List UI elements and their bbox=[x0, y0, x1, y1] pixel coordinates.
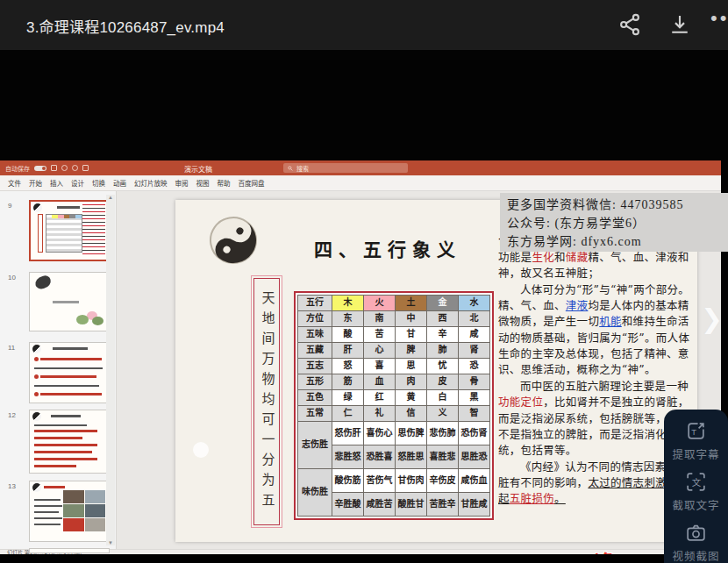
table-cell: 肺 bbox=[427, 343, 458, 358]
scroll-down-icon[interactable]: ▼ bbox=[108, 540, 113, 545]
menu-item[interactable]: 动画 bbox=[113, 178, 126, 188]
table-cell: 咸 bbox=[459, 327, 489, 342]
table-cell: 黄 bbox=[396, 390, 426, 405]
table-cell: 南 bbox=[364, 311, 395, 326]
table-cell: 智 bbox=[459, 406, 489, 421]
menu-item[interactable]: 插入 bbox=[50, 178, 63, 188]
table-cell: 黑 bbox=[459, 390, 489, 405]
thumb-number: 13 bbox=[8, 482, 16, 490]
table-cell: 喜伤心 bbox=[364, 422, 395, 445]
capture-text-button[interactable]: 文 截取文字 bbox=[672, 471, 719, 513]
table-cell: 忧 bbox=[427, 359, 458, 374]
table-cell: 五形 bbox=[298, 374, 332, 389]
table-cell: 五藏 bbox=[298, 343, 332, 358]
thumbnail-lotus-slide[interactable] bbox=[29, 272, 110, 331]
ppt-menubar: 文件开始插入设计切换动画幻灯片放映审阅视图帮助百度网盘 bbox=[0, 175, 721, 191]
table-cell: 苦伤气 bbox=[364, 469, 395, 492]
autosave-toggle[interactable] bbox=[34, 166, 46, 171]
table-cell: 辛胜酸 bbox=[332, 493, 363, 516]
watermark-line2: 公众号: (东方易学堂6） bbox=[507, 214, 728, 232]
video-tools-panel: T 提取字幕 文 截取文字 视频截图 bbox=[664, 410, 728, 563]
table-cell: 咸胜苦 bbox=[364, 493, 395, 516]
video-screenshot-button[interactable]: 视频截图 bbox=[672, 522, 719, 563]
menu-item[interactable]: 百度网盘 bbox=[239, 178, 265, 188]
menu-item[interactable]: 帮助 bbox=[218, 178, 231, 188]
table-cell: 肝 bbox=[332, 343, 363, 358]
share-icon[interactable] bbox=[617, 11, 643, 38]
redo-icon[interactable] bbox=[72, 165, 78, 171]
autosave-label: 自动保存 bbox=[5, 164, 30, 173]
table-cell: 恐 bbox=[459, 359, 489, 374]
table-cell: 水 bbox=[459, 296, 489, 310]
menu-item[interactable]: 审阅 bbox=[175, 178, 189, 188]
table-cell: 血 bbox=[364, 374, 395, 389]
menu-item[interactable]: 设计 bbox=[71, 178, 84, 188]
player-topbar: 3.命理课程10266487_ev.mp4 ••• bbox=[0, 0, 728, 50]
table-cell: 恐伤肾 bbox=[459, 422, 489, 445]
menu-item[interactable]: 文件 bbox=[8, 178, 21, 188]
table-cell: 西 bbox=[427, 311, 458, 326]
table-cell: 白 bbox=[427, 390, 458, 405]
table-cell: 怒伤肝 bbox=[332, 422, 363, 445]
ppt-titlebar: 自动保存 演示文稿 搜索 bbox=[0, 160, 721, 175]
table-cell: 绿 bbox=[332, 390, 363, 405]
table-cell: 信 bbox=[396, 406, 426, 421]
subtitle-extract-icon: T bbox=[685, 420, 707, 442]
thumbnail-photo-slide[interactable] bbox=[29, 481, 110, 542]
thumb-number: 10 bbox=[8, 274, 16, 282]
table-cell: 悲胜怒 bbox=[332, 445, 363, 468]
table-cell: 味伤胜 bbox=[298, 469, 332, 516]
save-icon[interactable] bbox=[51, 165, 57, 171]
vertical-motto-box: 天地间万物均可一分为五 bbox=[251, 275, 282, 528]
menu-item[interactable]: 视图 bbox=[196, 178, 210, 188]
watermark-box: 更多国学资料微信: 447039585 公众号: (东方易学堂6） 东方易学网:… bbox=[500, 193, 728, 252]
print-icon[interactable] bbox=[82, 165, 89, 171]
thumbnail-text-slide-2[interactable] bbox=[29, 410, 110, 474]
table-cell: 筋 bbox=[332, 374, 363, 389]
table-cell: 甘胜咸 bbox=[459, 493, 489, 516]
table-cell: 土 bbox=[396, 296, 426, 310]
table-cell: 金 bbox=[427, 296, 458, 310]
table-cell: 心 bbox=[364, 343, 395, 358]
table-cell: 木 bbox=[332, 296, 363, 310]
thumb-number: 11 bbox=[8, 344, 15, 352]
menu-item[interactable]: 幻灯片放映 bbox=[134, 178, 168, 188]
next-page-chevron-icon[interactable]: ❯ bbox=[701, 303, 723, 334]
menu-item[interactable]: 切换 bbox=[92, 178, 105, 188]
table-cell: 骨 bbox=[459, 374, 489, 389]
menu-item[interactable]: 开始 bbox=[29, 178, 42, 188]
table-cell: 甘 bbox=[396, 327, 426, 342]
ppt-search-box[interactable]: 搜索 bbox=[283, 163, 408, 173]
table-cell: 方位 bbox=[298, 311, 332, 326]
download-icon[interactable] bbox=[667, 11, 693, 38]
scroll-up-icon[interactable]: ▲ bbox=[108, 195, 113, 200]
document-title: 演示文稿 bbox=[184, 164, 212, 174]
video-frame[interactable]: 自动保存 演示文稿 搜索 文件开始插入设计切换动画幻灯片放映审阅视图帮助百度网盘 bbox=[0, 50, 728, 554]
table-cell: 喜 bbox=[364, 359, 395, 374]
watermark-dot bbox=[193, 442, 209, 458]
undo-icon[interactable] bbox=[61, 165, 68, 171]
thumbnail-text-slide-1[interactable] bbox=[29, 342, 110, 403]
thumbnail-scrollbar[interactable]: ▲ ▼ bbox=[106, 195, 115, 545]
thumbnail-current-slide[interactable] bbox=[29, 200, 110, 261]
table-cell: 喜胜悲 bbox=[427, 445, 458, 468]
search-placeholder: 搜索 bbox=[296, 164, 309, 173]
video-title: 3.命理课程10266487_ev.mp4 bbox=[26, 15, 225, 37]
table-cell: 怒 bbox=[332, 359, 363, 374]
table-cell: 脾 bbox=[396, 343, 426, 358]
table-cell: 仁 bbox=[332, 406, 363, 421]
table-cell: 恐胜喜 bbox=[364, 445, 395, 468]
table-cell: 礼 bbox=[364, 406, 395, 421]
thumbnail-partial[interactable] bbox=[29, 548, 110, 553]
more-options-icon[interactable]: ••• bbox=[710, 7, 728, 30]
yinyang-icon bbox=[202, 209, 265, 272]
table-cell: 思 bbox=[396, 359, 426, 374]
table-cell: 义 bbox=[427, 406, 458, 421]
watermark-line3: 东方易学网: dfyx6.com bbox=[507, 232, 728, 251]
extract-subtitles-button[interactable]: T 提取字幕 bbox=[672, 420, 719, 462]
notes-paragraph: 人体可分为“形”与“神”两个部分。精、气、血、津液均是人体内的基本精微物质，是产… bbox=[498, 282, 695, 379]
table-cell: 志伤胜 bbox=[298, 422, 332, 468]
table-cell: 五常 bbox=[298, 406, 332, 421]
slide-thumbnail-panel: 9 10 11 12 13 bbox=[0, 191, 117, 549]
watermark-line1: 更多国学资料微信: 447039585 bbox=[507, 196, 728, 214]
